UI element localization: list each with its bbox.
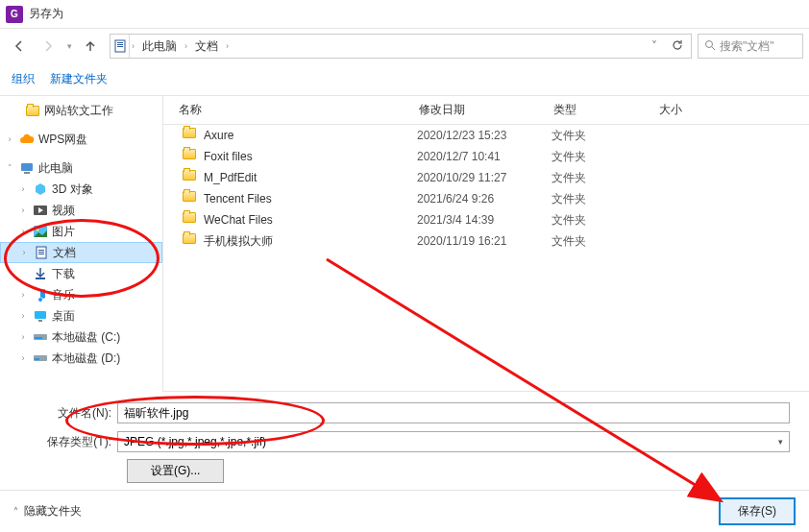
chevron-right-icon[interactable]: › xyxy=(17,353,29,363)
file-name: Tencent Files xyxy=(204,192,272,206)
breadcrumb-sep-icon: › xyxy=(130,41,136,51)
chevron-down-icon: ▾ xyxy=(778,437,783,447)
tree-item-music[interactable]: › 音乐 xyxy=(0,284,162,305)
svg-rect-1 xyxy=(117,42,123,43)
breadcrumb-documents[interactable]: 文档 xyxy=(189,35,224,58)
column-type[interactable]: 类型 xyxy=(553,102,659,118)
column-size[interactable]: 大小 xyxy=(659,102,736,118)
folder-icon xyxy=(183,149,198,164)
file-name: 手机模拟大师 xyxy=(204,233,273,250)
new-folder-button[interactable]: 新建文件夹 xyxy=(50,71,108,87)
svg-rect-21 xyxy=(35,358,39,360)
up-button[interactable] xyxy=(77,35,104,58)
chevron-right-icon[interactable]: › xyxy=(17,227,29,236)
chevron-right-icon[interactable]: › xyxy=(17,311,29,321)
savetype-select[interactable]: JPEG (*.jpg,*.jpeg,*.jpe,*.jif) ▾ xyxy=(117,431,790,452)
chevron-right-icon[interactable]: › xyxy=(17,206,29,215)
tree-item-disk-d[interactable]: › 本地磁盘 (D:) xyxy=(0,348,162,369)
refresh-button[interactable] xyxy=(668,38,687,55)
file-date: 2020/12/7 10:41 xyxy=(417,150,552,163)
breadcrumb[interactable]: › 此电脑 › 文档 › ˅ xyxy=(110,34,692,59)
tree-item-website[interactable]: 网站软文工作 xyxy=(0,100,162,121)
download-icon xyxy=(33,266,48,281)
tree-item-disk-c[interactable]: › 本地磁盘 (C:) xyxy=(0,326,162,348)
chevron-right-icon[interactable]: › xyxy=(17,184,29,194)
list-item[interactable]: 手机模拟大师2020/11/19 16:21文件夹 xyxy=(163,230,809,252)
svg-rect-7 xyxy=(24,172,30,174)
footer: ˄ 隐藏文件夹 保存(S) xyxy=(0,490,809,532)
search-icon xyxy=(704,39,716,54)
svg-rect-14 xyxy=(38,254,44,254)
file-name: WeChat Files xyxy=(204,213,273,227)
breadcrumb-sep-icon: › xyxy=(224,41,231,51)
column-name[interactable]: 名称 xyxy=(179,102,419,118)
chevron-up-icon: ˄ xyxy=(13,506,18,517)
breadcrumb-sep-icon: › xyxy=(183,41,189,51)
search-input[interactable]: 搜索"文档" xyxy=(698,34,803,59)
file-date: 2020/12/23 15:23 xyxy=(417,129,552,142)
list-item[interactable]: Tencent Files2021/6/24 9:26文件夹 xyxy=(163,188,809,209)
svg-rect-15 xyxy=(36,278,45,279)
savetype-value: JPEG (*.jpg,*.jpeg,*.jpe,*.jif) xyxy=(124,435,266,448)
back-button[interactable] xyxy=(6,35,33,58)
tree-item-3dobjects[interactable]: › 3D 对象 xyxy=(0,179,162,200)
list-item[interactable]: Axure2020/12/23 15:23文件夹 xyxy=(163,125,809,146)
svg-rect-17 xyxy=(38,320,42,322)
toolbar: 组织 新建文件夹 xyxy=(0,63,809,96)
svg-rect-13 xyxy=(38,252,44,253)
settings-button[interactable]: 设置(G)... xyxy=(127,459,224,483)
breadcrumb-dropdown-icon[interactable]: ˅ xyxy=(645,39,664,53)
nav-tree: 网站软文工作 › WPS网盘 ˅ 此电脑 › 3D 对象 › 视频 › 图片 xyxy=(0,96,163,392)
svg-point-10 xyxy=(37,229,39,231)
chevron-right-icon[interactable]: › xyxy=(17,290,29,300)
svg-rect-16 xyxy=(35,311,46,319)
svg-rect-3 xyxy=(117,46,123,47)
list-body: Axure2020/12/23 15:23文件夹Foxit files2020/… xyxy=(163,125,809,391)
tree-item-documents[interactable]: › 文档 xyxy=(0,242,162,263)
svg-line-5 xyxy=(712,47,715,50)
folder-icon xyxy=(25,103,40,118)
folder-icon xyxy=(183,233,198,249)
tree-item-videos[interactable]: › 视频 xyxy=(0,200,162,221)
tree-item-thispc[interactable]: ˅ 此电脑 xyxy=(0,157,162,179)
tree-item-pictures[interactable]: › 图片 xyxy=(0,221,162,242)
forward-button[interactable] xyxy=(35,35,61,58)
nav-row: ▾ › 此电脑 › 文档 › ˅ 搜索"文档" xyxy=(0,29,809,63)
tree-item-desktop[interactable]: › 桌面 xyxy=(0,305,162,326)
tree-item-wps[interactable]: › WPS网盘 xyxy=(0,129,162,150)
file-list: 名称 修改日期 类型 大小 Axure2020/12/23 15:23文件夹Fo… xyxy=(163,96,809,392)
nav-history-dropdown[interactable]: ▾ xyxy=(63,41,75,51)
savetype-label: 保存类型(T): xyxy=(12,434,117,450)
tree-item-downloads[interactable]: 下载 xyxy=(0,263,162,284)
chevron-down-icon[interactable]: ˅ xyxy=(4,163,15,173)
chevron-right-icon[interactable]: › xyxy=(18,248,30,257)
arrow-right-icon xyxy=(40,38,56,54)
list-item[interactable]: M_PdfEdit2020/10/29 11:27文件夹 xyxy=(163,167,809,188)
list-item[interactable]: WeChat Files2021/3/4 14:39文件夹 xyxy=(163,209,809,230)
save-button[interactable]: 保存(S) xyxy=(719,497,796,525)
file-date: 2020/11/19 16:21 xyxy=(417,234,552,248)
column-date[interactable]: 修改日期 xyxy=(419,102,553,118)
chevron-right-icon[interactable]: › xyxy=(17,332,29,342)
file-type: 文件夹 xyxy=(552,191,657,207)
folder-icon xyxy=(183,170,198,185)
filename-value: 福昕软件.jpg xyxy=(124,405,188,422)
desktop-icon xyxy=(33,308,48,324)
breadcrumb-location-icon xyxy=(110,35,130,58)
svg-rect-2 xyxy=(117,44,123,45)
document-icon xyxy=(34,245,49,260)
filename-input[interactable]: 福昕软件.jpg xyxy=(117,402,790,423)
file-date: 2020/10/29 11:27 xyxy=(417,171,552,184)
hide-folders-toggle[interactable]: ˄ 隐藏文件夹 xyxy=(13,503,82,520)
arrow-up-icon xyxy=(83,38,98,54)
cloud-icon xyxy=(19,132,35,147)
svg-rect-6 xyxy=(21,163,33,171)
chevron-right-icon[interactable]: › xyxy=(4,134,15,144)
list-item[interactable]: Foxit files2020/12/7 10:41文件夹 xyxy=(163,146,809,167)
title-bar: G 另存为 xyxy=(0,0,809,29)
file-name: M_PdfEdit xyxy=(204,171,257,184)
file-name: Foxit files xyxy=(204,150,253,163)
save-form: 文件名(N): 福昕软件.jpg 保存类型(T): JPEG (*.jpg,*.… xyxy=(0,392,809,487)
organize-menu[interactable]: 组织 xyxy=(12,71,35,87)
breadcrumb-thispc[interactable]: 此电脑 xyxy=(136,35,183,58)
